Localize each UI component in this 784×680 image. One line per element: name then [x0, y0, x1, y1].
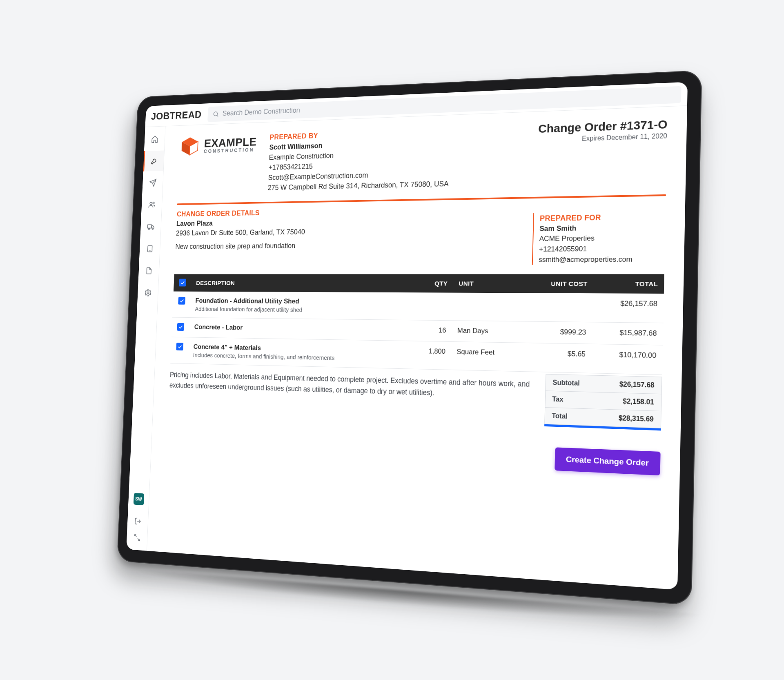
prepared-for-email: ssmith@acmeproperties.com — [539, 254, 665, 265]
document-icon — [145, 266, 153, 275]
tablet-icon — [146, 244, 154, 253]
subtotal-label: Subtotal — [552, 379, 580, 387]
item-unit — [452, 292, 524, 321]
main-content: EXAMPLE CONSTRUCTION PREPARED BY Scott W… — [147, 106, 687, 590]
check-icon — [177, 344, 183, 349]
item-unit-cost — [523, 293, 593, 322]
prepared-for-block: PREPARED FOR Sam Smith ACME Properties +… — [532, 211, 666, 265]
svg-point-5 — [148, 228, 149, 229]
item-qty: 16 — [411, 320, 452, 341]
col-qty: QTY — [413, 274, 454, 292]
check-icon — [180, 280, 185, 285]
item-qty: 1,800 — [410, 341, 452, 370]
svg-rect-4 — [147, 224, 151, 228]
nav-logout[interactable] — [134, 517, 141, 527]
nav-vendors[interactable] — [140, 216, 161, 237]
brand-logo: JOBTREAD — [149, 108, 202, 122]
users-icon — [148, 200, 156, 209]
item-unit-cost: $999.23 — [523, 321, 592, 344]
document-header: EXAMPLE CONSTRUCTION PREPARED BY Scott W… — [178, 118, 668, 195]
company-mark-icon — [179, 135, 200, 158]
expand-icon — [134, 533, 141, 542]
svg-point-2 — [150, 202, 152, 204]
nav-settings[interactable] — [137, 282, 158, 303]
row-checkbox[interactable] — [178, 297, 185, 304]
item-unit-cost: $5.65 — [522, 343, 592, 373]
item-total: $26,157.68 — [592, 293, 664, 323]
svg-point-0 — [214, 111, 217, 116]
brand-name: JOBTREAD — [151, 108, 202, 122]
col-description: DESCRIPTION — [191, 274, 413, 292]
nav-home[interactable] — [144, 128, 165, 149]
app-screen: JOBTREAD — [126, 82, 688, 590]
col-unit: UNIT — [453, 274, 524, 293]
tax-label: Tax — [552, 395, 564, 404]
send-icon — [149, 178, 156, 187]
job-description: New construction site prep and foundatio… — [175, 240, 516, 251]
truck-icon — [147, 222, 155, 231]
svg-point-6 — [152, 228, 153, 229]
svg-point-3 — [153, 202, 154, 203]
line-items-table: DESCRIPTION QTY UNIT UNIT COST TOTAL Fou… — [170, 274, 664, 375]
tablet-frame: JOBTREAD — [117, 70, 702, 605]
nav-jobs[interactable] — [143, 150, 164, 171]
col-total: TOTAL — [593, 274, 664, 294]
prepared-by-block: PREPARED BY Scott Williamson Example Con… — [267, 125, 450, 193]
svg-line-1 — [217, 115, 218, 116]
create-change-order-button[interactable]: Create Change Order — [555, 447, 661, 475]
prepared-for-company: ACME Properties — [539, 232, 665, 244]
company-logo: EXAMPLE CONSTRUCTION — [179, 133, 257, 158]
company-name: EXAMPLE — [204, 136, 257, 149]
check-icon — [179, 298, 184, 303]
col-check — [174, 274, 192, 291]
search-icon — [212, 110, 219, 117]
subtotal-value: $26,157.68 — [619, 380, 654, 389]
item-title: Concrete - Labor — [194, 323, 406, 334]
nav-tablet[interactable] — [139, 238, 160, 259]
totals-box: Subtotal $26,157.68 Tax $2,158.01 Total … — [544, 374, 662, 428]
pricing-note: Pricing includes Labor, Materials and Eq… — [168, 365, 536, 426]
item-unit: Square Feet — [450, 341, 523, 371]
item-title: Foundation - Additional Utility Shed — [195, 297, 407, 306]
home-icon — [151, 135, 158, 143]
tax-value: $2,158.01 — [623, 397, 654, 406]
item-total: $15,987.68 — [592, 322, 663, 345]
nav-send[interactable] — [142, 172, 163, 193]
check-icon — [178, 324, 183, 329]
nav-documents[interactable] — [138, 260, 160, 281]
svg-point-9 — [147, 292, 149, 294]
nav-contacts[interactable] — [141, 194, 162, 215]
select-all-checkbox[interactable] — [179, 279, 186, 286]
item-qty — [412, 292, 453, 321]
company-sub: CONSTRUCTION — [204, 147, 256, 154]
prepared-for-phone: +12142055901 — [539, 243, 665, 255]
logout-icon — [134, 517, 141, 525]
user-avatar[interactable]: SW — [133, 493, 144, 505]
gear-icon — [144, 288, 151, 297]
document-title-block: Change Order #1371-O Expires December 11… — [538, 118, 668, 144]
wrench-icon — [150, 156, 158, 165]
item-total: $10,170.00 — [591, 344, 663, 375]
item-subtitle: Additional foundation for adjacent utili… — [195, 305, 407, 314]
total-label: Total — [552, 412, 568, 420]
row-checkbox[interactable] — [177, 323, 184, 331]
row-checkbox[interactable] — [176, 343, 183, 350]
total-value: $28,315.69 — [619, 414, 654, 423]
prepared-for-name: Sam Smith — [539, 222, 666, 234]
item-unit: Man Days — [451, 321, 523, 343]
prepared-for-label: PREPARED FOR — [540, 211, 666, 223]
nav-expand[interactable] — [133, 533, 140, 543]
col-unit-cost: UNIT COST — [524, 274, 593, 293]
job-details: Lavon Plaza 2936 Lavon Dr Suite 500, Gar… — [175, 213, 517, 265]
